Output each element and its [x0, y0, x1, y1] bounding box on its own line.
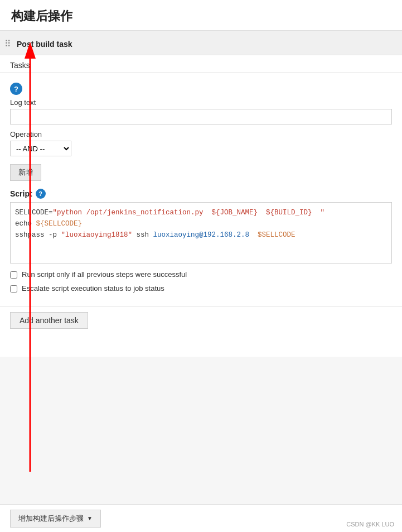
checkbox-escalate-status[interactable]: [10, 285, 17, 293]
checkbox-row-2: Escalate script execution status to job …: [10, 284, 392, 293]
task-block: ? Log text Operation -- AND -- -- OR -- …: [0, 73, 402, 306]
script-label: Script ?: [10, 189, 392, 199]
bottom-bar: 增加构建后操作步骤 ▼: [0, 504, 402, 532]
page-header: 构建后操作: [0, 0, 402, 31]
watermark: CSDN @KK LUO: [346, 521, 394, 528]
section-title: Post build task: [17, 40, 72, 49]
script-line-2: echo ${SELLCODE}: [15, 218, 387, 229]
checkbox-row-1: Run script only if all previous steps we…: [10, 270, 392, 279]
help-icon[interactable]: ?: [10, 83, 22, 95]
log-text-input[interactable]: [10, 109, 392, 124]
main-content: ⠿ Post build task Tasks ? Log text Opera…: [0, 31, 402, 357]
tasks-label: Tasks: [0, 55, 402, 73]
script-help-icon[interactable]: ?: [36, 189, 46, 199]
add-post-build-label: 增加构建后操作步骤: [18, 514, 84, 524]
checkbox-escalate-status-label: Escalate script execution status to job …: [22, 284, 164, 293]
operation-section: Operation -- AND -- -- OR --: [10, 130, 392, 156]
add-another-task-container: Add another task: [0, 306, 402, 334]
drag-handle-icon[interactable]: ⠿: [4, 39, 13, 49]
page-title: 构建后操作: [11, 8, 391, 25]
add-script-button[interactable]: 新增: [10, 164, 41, 181]
section-header: ⠿ Post build task: [0, 31, 402, 55]
operation-label: Operation: [10, 130, 392, 138]
checkbox-previous-steps[interactable]: [10, 271, 17, 279]
log-text-field: Log text: [10, 98, 392, 130]
script-section: Script ? SELLCODE="python /opt/jenkins_n…: [10, 189, 392, 263]
checkbox-previous-steps-label: Run script only if all previous steps we…: [22, 270, 187, 279]
dropdown-arrow-icon: ▼: [87, 515, 93, 521]
script-line-1: SELLCODE="python /opt/jenkins_notificati…: [15, 207, 387, 218]
script-line-3: sshpass -p "luoxiaoying1818" ssh luoxiao…: [15, 229, 387, 241]
add-another-task-button[interactable]: Add another task: [10, 312, 88, 329]
script-code-block[interactable]: SELLCODE="python /opt/jenkins_notificati…: [10, 202, 392, 263]
add-post-build-button[interactable]: 增加构建后操作步骤 ▼: [10, 510, 101, 528]
log-text-label: Log text: [10, 98, 392, 107]
operation-select[interactable]: -- AND -- -- OR --: [10, 141, 71, 156]
